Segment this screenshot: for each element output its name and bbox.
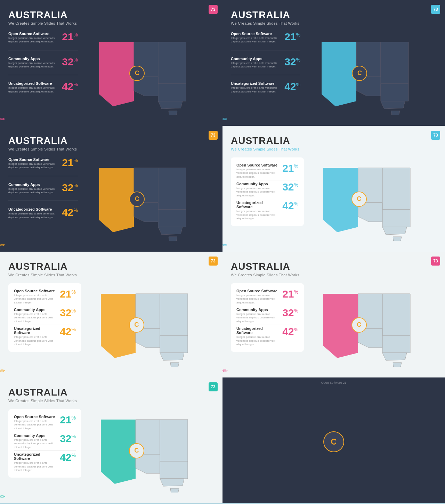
badge-1: 73 [209,5,218,14]
stats-panel-2: Open Source Software Integer posuere era… [231,32,300,94]
slide-7: 73 AUSTRALIA We Creates Simple Slides Th… [0,377,222,503]
pencil-icon-7: ✏ [0,493,5,501]
title-5: AUSTRALIA [8,261,214,272]
stat-item: Open Source Software Integer posuere era… [8,157,78,170]
slide-1: 73 AUSTRALIA We Creates Simple Slides Th… [0,0,222,126]
title-6: AUSTRALIA [231,261,437,272]
map-area-3: C [81,157,214,241]
stat-item: Uncategorized Software Integer posuere e… [8,81,78,94]
stats-panel-1: Open Source Software Integer posuere era… [8,32,78,94]
stat-item: Community Apps Integer posuere erat a an… [8,57,78,69]
title-2: AUSTRALIA [231,10,437,21]
badge-2: 73 [431,5,440,14]
map-svg-2 [304,32,437,115]
badge-6: 73 [431,257,440,266]
stat-item: Community Apps Integer posuere erat a an… [8,182,78,195]
slide-5: 73 AUSTRALIA We Creates Simple Slides Th… [0,252,222,377]
pencil-icon-5: ✏ [0,367,5,375]
logo-6: C [351,317,367,333]
logo-8: C [323,431,344,452]
map-area-6: C [307,283,437,367]
subtitle-2: We Creates Simple Slides That Works [231,21,437,25]
subtitle-7: We Creates Simple Slides That Works [8,399,214,403]
stat-item: Community Apps Integer posuere erat a an… [14,308,76,323]
pencil-icon-2: ✏ [222,115,228,123]
map-svg-3 [81,157,214,241]
map-svg-7 [85,409,214,493]
pencil-icon-3: ✏ [0,241,5,249]
badge-7: 73 [209,382,218,391]
stat-item: Uncategorized Software Integer posuere e… [14,326,76,346]
stats-card-7: Open Source Software Integer posuere era… [8,409,81,478]
map-area-7: C [85,409,214,493]
map-area-5: C [85,283,214,367]
badge-4: 73 [431,131,440,140]
map-area-2: C [304,32,437,115]
slide-8: Open Software 21 C [222,377,445,503]
title-1: AUSTRALIA [8,10,214,21]
stat-item: Uncategorized Software Integer posuere e… [231,81,300,94]
badge-5: 73 [209,257,218,266]
logo-4: C [351,192,367,207]
pencil-icon-4: ✏ [222,241,228,249]
slide-2: 73 AUSTRALIA We Creates Simple Slides Th… [222,0,445,126]
stats-card-4: Open Source Software Integer posuere era… [231,157,304,226]
logo-7: C [129,443,144,458]
stats-card-6: Open Source Software Integer posuere era… [231,283,304,352]
logo-5: C [129,317,144,333]
stat-item: Uncategorized Software Integer posuere e… [8,207,78,219]
last-label: Open Software 21 [321,381,347,384]
badge-3: 73 [209,131,218,140]
map-svg-1 [81,32,214,115]
stat-item: Community Apps Integer posuere erat a an… [236,308,298,323]
stats-panel-3: Open Source Software Integer posuere era… [8,157,78,219]
stats-card-5: Open Source Software Integer posuere era… [8,283,81,352]
stat-item: Open Source Software Integer posuere era… [8,32,78,44]
stat-item: Community Apps Integer posuere erat a an… [231,57,300,69]
title-4: AUSTRALIA [231,136,437,146]
slide-6: 73 AUSTRALIA We Creates Simple Slides Th… [222,252,445,377]
logo-3: C [129,192,145,207]
stat-item: Open Source Software Integer posuere era… [231,32,300,44]
subtitle-6: We Creates Simple Slides That Works [231,273,437,277]
subtitle-3: We Creates Simple Slides That Works [8,147,214,151]
logo-2: C [352,66,367,81]
pencil-icon-6: ✏ [222,367,228,375]
stat-item: Uncategorized Software Integer posuere e… [236,326,298,346]
stat-item: Open Source Software Integer posuere era… [14,289,76,304]
slide-4: 73 AUSTRALIA We Creates Simple Slides Th… [222,126,445,252]
map-svg-6 [307,283,437,367]
subtitle-5: We Creates Simple Slides That Works [8,273,214,277]
stat-item: Uncategorized Software Integer posuere e… [14,452,76,472]
stat-item: Open Source Software Integer posuere era… [14,415,76,430]
map-area-1: C [81,32,214,115]
stat-item: Uncategorized Software Integer posuere e… [236,201,298,220]
stat-item: Community Apps Integer posuere erat a an… [14,433,76,449]
stat-item: Open Source Software Integer posuere era… [236,163,298,179]
map-svg-5 [85,283,214,367]
map-svg-4 [307,157,437,241]
stat-item: Open Source Software Integer posuere era… [236,289,298,304]
slide-3: 73 AUSTRALIA We Creates Simple Slides Th… [0,126,222,252]
title-7: AUSTRALIA [8,387,214,398]
subtitle-1: We Creates Simple Slides That Works [8,21,214,25]
stat-item: Community Apps Integer posuere erat a an… [236,182,298,197]
subtitle-4: We Creates Simple Slides That Works [231,147,437,151]
title-3: AUSTRALIA [8,136,214,146]
logo-1: C [129,66,145,81]
pencil-icon-1: ✏ [0,115,5,123]
map-area-4: C [307,157,437,241]
